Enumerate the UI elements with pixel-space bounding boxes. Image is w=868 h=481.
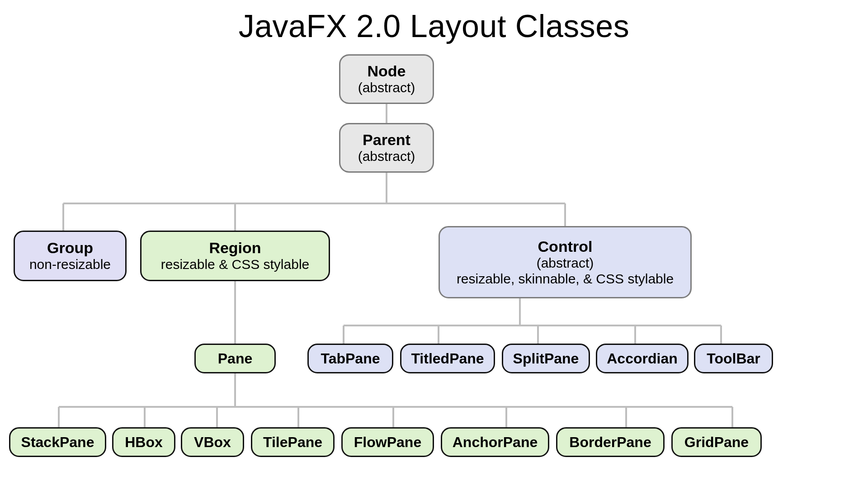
class-group: Group non-resizable <box>14 231 127 281</box>
class-tabpane: TabPane <box>307 344 393 373</box>
class-tilepane: TilePane <box>251 427 335 457</box>
class-name: VBox <box>194 434 231 451</box>
class-note: non-resizable <box>29 257 111 273</box>
class-anchorpane: AnchorPane <box>441 427 549 457</box>
class-node: Node (abstract) <box>339 54 434 104</box>
class-note: (abstract) <box>537 255 594 271</box>
diagram-title: JavaFX 2.0 Layout Classes <box>0 8 868 44</box>
class-name: SplitPane <box>513 350 579 367</box>
class-name: Accordian <box>607 350 677 367</box>
class-hbox: HBox <box>112 427 175 457</box>
diagram-stage: JavaFX 2.0 Layout Classes <box>0 0 868 481</box>
class-name: BorderPane <box>569 434 651 451</box>
class-name: Control <box>538 238 593 255</box>
class-flowpane: FlowPane <box>341 427 434 457</box>
class-region: Region resizable & CSS stylable <box>140 231 330 281</box>
class-name: GridPane <box>684 434 749 451</box>
class-name: ToolBar <box>707 350 760 367</box>
class-note: (abstract) <box>358 149 415 165</box>
class-titledpane: TitledPane <box>400 344 495 373</box>
class-note2: resizable, skinnable, & CSS stylable <box>457 271 674 287</box>
class-name: Pane <box>218 350 252 367</box>
class-note: (abstract) <box>358 80 415 96</box>
class-name: FlowPane <box>354 434 421 451</box>
class-name: TitledPane <box>411 350 484 367</box>
class-pane: Pane <box>194 344 276 373</box>
class-accordian: Accordian <box>596 344 689 373</box>
class-name: HBox <box>125 434 163 451</box>
class-name: TabPane <box>321 350 380 367</box>
class-name: Parent <box>363 131 410 149</box>
class-vbox: VBox <box>181 427 244 457</box>
class-name: Region <box>209 239 261 257</box>
class-name: StackPane <box>21 434 94 451</box>
class-gridpane: GridPane <box>671 427 762 457</box>
class-name: Node <box>368 62 406 80</box>
connector-lines <box>0 0 868 481</box>
class-name: AnchorPane <box>453 434 538 451</box>
class-borderpane: BorderPane <box>556 427 665 457</box>
class-splitpane: SplitPane <box>502 344 590 373</box>
class-note: resizable & CSS stylable <box>161 257 309 273</box>
class-name: Group <box>47 239 93 257</box>
class-toolbar: ToolBar <box>694 344 773 373</box>
class-name: TilePane <box>263 434 322 451</box>
class-parent: Parent (abstract) <box>339 123 434 173</box>
class-control: Control (abstract) resizable, skinnable,… <box>439 226 692 298</box>
class-stackpane: StackPane <box>9 427 106 457</box>
